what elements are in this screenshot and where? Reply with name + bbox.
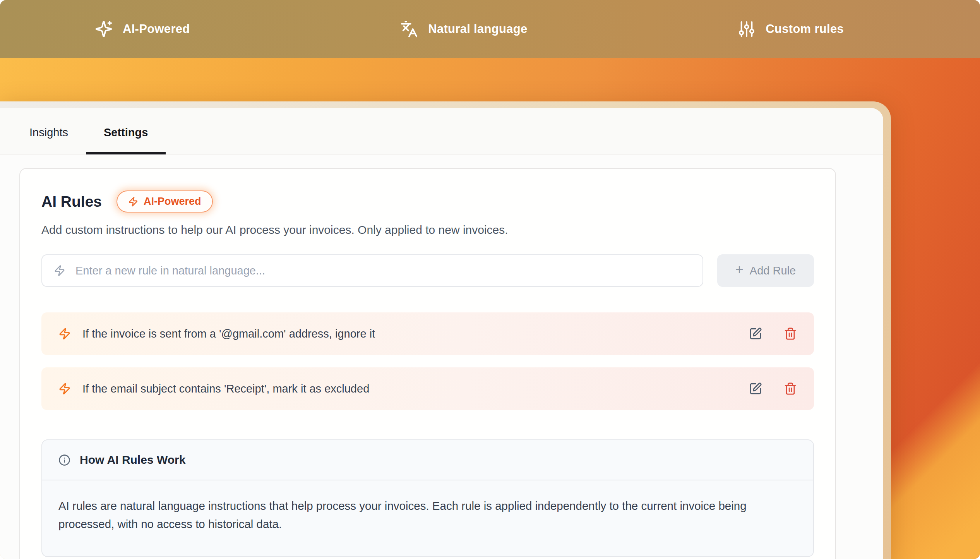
edit-rule-button[interactable] bbox=[749, 382, 762, 395]
wallpaper-gradient-wedge bbox=[883, 327, 980, 559]
ai-rules-header: AI Rules AI-Powered bbox=[41, 190, 814, 213]
new-rule-row: + Add Rule bbox=[41, 254, 814, 287]
sliders-icon bbox=[738, 20, 756, 38]
delete-rule-button[interactable] bbox=[784, 327, 797, 340]
tab-label: Settings bbox=[104, 126, 148, 139]
how-rules-work-header: How AI Rules Work bbox=[42, 440, 813, 480]
banner-item-custom-rules: Custom rules bbox=[738, 20, 844, 38]
new-rule-input-wrapper bbox=[41, 254, 703, 287]
edit-rule-button[interactable] bbox=[749, 327, 762, 340]
edit-icon bbox=[749, 327, 762, 340]
how-rules-work-section: How AI Rules Work AI rules are natural l… bbox=[41, 439, 814, 557]
rule-actions bbox=[749, 327, 797, 340]
banner-item-label: Natural language bbox=[428, 22, 527, 36]
edit-icon bbox=[749, 382, 762, 395]
card-description: Add custom instructions to help our AI p… bbox=[41, 223, 814, 237]
rule-text: If the email subject contains 'Receipt',… bbox=[82, 382, 369, 395]
plus-icon: + bbox=[735, 263, 744, 277]
rule-text: If the invoice is sent from a '@gmail.co… bbox=[82, 328, 375, 340]
zap-icon bbox=[54, 265, 65, 276]
info-icon bbox=[58, 454, 70, 466]
trash-icon bbox=[784, 382, 797, 395]
screenshot-root: AI-Powered Natural language Custom rules bbox=[0, 0, 980, 559]
settings-panel: AI Rules AI-Powered Add custom instructi… bbox=[0, 155, 883, 559]
banner-item-label: Custom rules bbox=[766, 22, 844, 36]
add-rule-label: Add Rule bbox=[750, 264, 796, 277]
zap-icon bbox=[58, 382, 71, 395]
trash-icon bbox=[784, 327, 797, 340]
rule-actions bbox=[749, 382, 797, 395]
ai-rules-card: AI Rules AI-Powered Add custom instructi… bbox=[19, 168, 836, 559]
tab-label: Insights bbox=[29, 126, 68, 139]
how-rules-work-title: How AI Rules Work bbox=[80, 453, 185, 466]
ai-powered-badge: AI-Powered bbox=[117, 190, 213, 213]
page-title: AI Rules bbox=[41, 193, 102, 210]
banner-item-natural-language: Natural language bbox=[400, 20, 527, 38]
how-rules-work-body: AI rules are natural language instructio… bbox=[42, 480, 812, 556]
app-window: Insights Settings AI Rules AI-Powe bbox=[0, 101, 891, 559]
sparkles-icon bbox=[95, 20, 113, 38]
tab-bar: Insights Settings bbox=[0, 108, 883, 154]
delete-rule-button[interactable] bbox=[784, 382, 797, 395]
banner-item-ai-powered: AI-Powered bbox=[95, 20, 190, 38]
badge-label: AI-Powered bbox=[144, 195, 201, 207]
zap-icon bbox=[128, 197, 138, 207]
tab-settings[interactable]: Settings bbox=[86, 108, 166, 154]
banner-item-label: AI-Powered bbox=[123, 22, 190, 36]
rule-row: If the email subject contains 'Receipt',… bbox=[41, 367, 814, 410]
rules-list: If the invoice is sent from a '@gmail.co… bbox=[41, 312, 814, 410]
rule-row: If the invoice is sent from a '@gmail.co… bbox=[41, 312, 814, 355]
add-rule-button[interactable]: + Add Rule bbox=[717, 254, 814, 287]
app-window-content: Insights Settings AI Rules AI-Powe bbox=[0, 108, 883, 559]
feature-banner: AI-Powered Natural language Custom rules bbox=[0, 0, 980, 58]
languages-icon bbox=[400, 20, 418, 38]
new-rule-input[interactable] bbox=[75, 264, 691, 278]
zap-icon bbox=[58, 328, 71, 340]
tab-insights[interactable]: Insights bbox=[12, 108, 86, 154]
